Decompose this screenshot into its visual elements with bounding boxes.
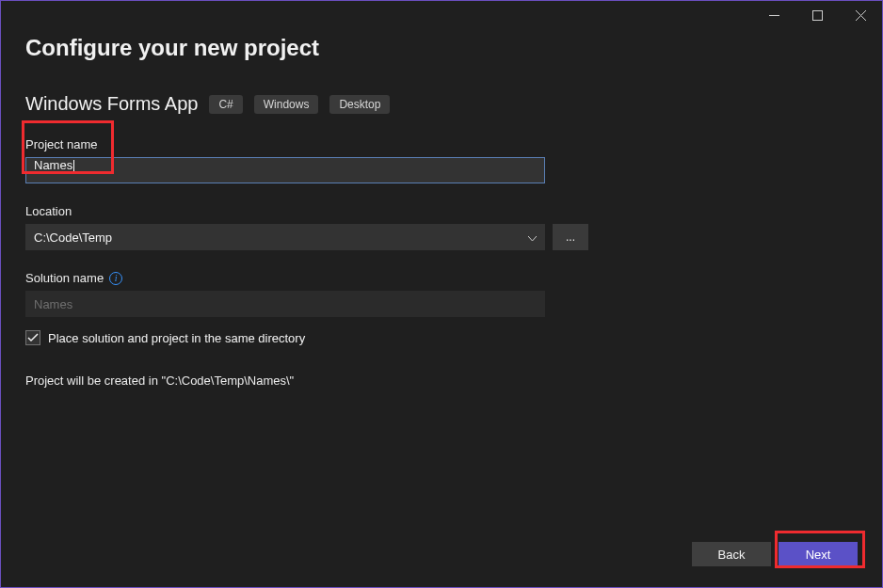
project-name-input[interactable]: Names: [25, 157, 545, 183]
footer: Back Next: [692, 542, 858, 566]
location-value: C:\Code\Temp: [34, 230, 112, 245]
template-row: Windows Forms App C# Windows Desktop: [25, 93, 858, 115]
tag-desktop: Desktop: [329, 95, 390, 114]
creation-path-hint: Project will be created in "C:\Code\Temp…: [25, 373, 858, 388]
browse-button[interactable]: ...: [553, 224, 588, 250]
chevron-down-icon: [528, 230, 537, 245]
tag-csharp: C#: [209, 95, 242, 114]
project-name-label: Project name: [25, 137, 858, 151]
template-name: Windows Forms App: [25, 93, 198, 115]
same-directory-checkbox[interactable]: [25, 330, 40, 345]
solution-name-placeholder: Names: [34, 297, 72, 311]
title-bar: [1, 1, 882, 31]
close-button[interactable]: [839, 1, 882, 29]
minimize-button[interactable]: [752, 1, 795, 29]
svg-rect-1: [812, 10, 822, 20]
tag-windows: Windows: [254, 95, 319, 114]
project-name-value: Names: [34, 158, 72, 172]
solution-name-input: Names: [25, 291, 545, 317]
location-label: Location: [25, 204, 858, 218]
solution-name-label: Solution name i: [25, 271, 858, 285]
solution-name-label-text: Solution name: [25, 271, 104, 285]
maximize-button[interactable]: [795, 1, 839, 29]
same-directory-label: Place solution and project in the same d…: [48, 331, 305, 345]
location-dropdown[interactable]: C:\Code\Temp: [25, 224, 545, 250]
page-title: Configure your new project: [25, 35, 858, 61]
info-icon[interactable]: i: [109, 272, 122, 285]
text-caret: [73, 160, 74, 173]
back-button[interactable]: Back: [692, 542, 771, 566]
next-button[interactable]: Next: [779, 542, 858, 566]
